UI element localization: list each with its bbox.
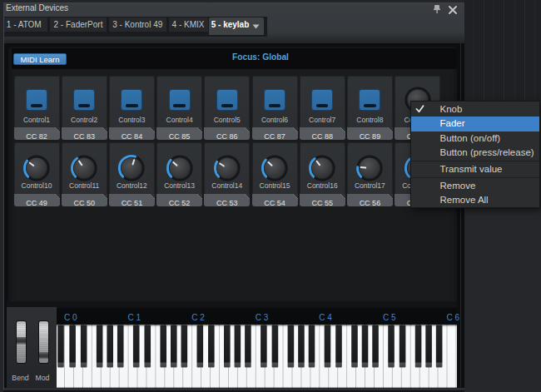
svg-text:C 6: C 6 bbox=[447, 313, 460, 322]
svg-text:C 4: C 4 bbox=[319, 313, 332, 322]
svg-text:C 1: C 1 bbox=[128, 313, 141, 322]
svg-text:C 5: C 5 bbox=[383, 313, 396, 322]
svg-text:C 3: C 3 bbox=[256, 313, 269, 322]
svg-text:C 2: C 2 bbox=[191, 313, 205, 322]
svg-text:C 0: C 0 bbox=[64, 313, 77, 322]
